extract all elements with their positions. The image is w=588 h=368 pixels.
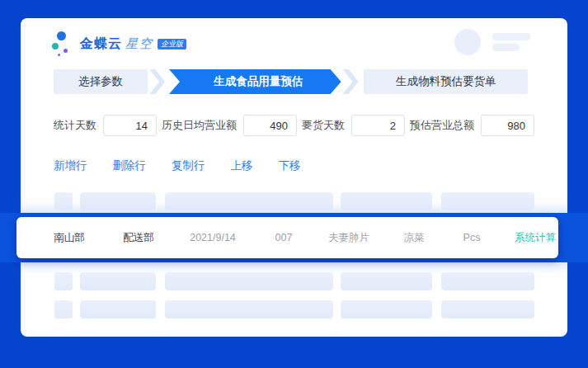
skeleton-bar xyxy=(441,300,534,318)
cell-unit: Pcs xyxy=(445,232,498,243)
move-down-link[interactable]: 下移 xyxy=(279,158,301,173)
step-wizard: 选择参数 生成食品用量预估 生成物料预估要货单 xyxy=(54,69,528,94)
skeleton-bar xyxy=(80,300,156,318)
param-statistics-days: 统计天数 xyxy=(54,115,157,136)
move-up-link[interactable]: 上移 xyxy=(231,158,253,173)
estimated-total-turnover-input[interactable] xyxy=(481,115,534,136)
chevron-separator-icon xyxy=(343,69,361,94)
checkbox-placeholder xyxy=(54,300,73,318)
main-panel: 金蝶云 星空 企业版 选择参数 生成食品用量预估 生成物料预估要货单 xyxy=(21,18,567,337)
edition-badge: 企业版 xyxy=(158,39,186,50)
statistics-days-input[interactable] xyxy=(103,115,157,136)
logo-dot-blue xyxy=(57,31,66,40)
param-label: 要货天数 xyxy=(302,118,345,133)
copy-row-link[interactable]: 复制行 xyxy=(172,158,205,173)
param-label: 统计天数 xyxy=(54,118,96,133)
user-name-placeholder xyxy=(492,33,530,40)
chevron-separator-icon xyxy=(149,69,167,94)
param-historical-daily-turnover: 历史日均营业额 xyxy=(162,115,297,136)
cell-date: 2021/9/14 xyxy=(173,232,252,243)
step-generate-food-estimate[interactable]: 生成食品用量预估 xyxy=(169,69,341,94)
checkbox-placeholder xyxy=(54,272,73,290)
historical-daily-turnover-input[interactable] xyxy=(243,115,297,136)
table-row-skeleton xyxy=(54,300,534,318)
kingdee-logo-icon xyxy=(52,31,73,57)
order-days-input[interactable] xyxy=(351,115,405,136)
table-row-skeleton xyxy=(54,272,534,290)
step-generate-material-order[interactable]: 生成物料预估要货单 xyxy=(364,69,528,94)
param-label: 预估营业总额 xyxy=(410,118,474,133)
cell-category: 凉菜 xyxy=(383,231,445,245)
cell-code: 007 xyxy=(252,232,315,243)
user-role-placeholder xyxy=(492,44,520,51)
logo-dot-purple xyxy=(64,49,68,53)
app-logo: 金蝶云 星空 企业版 xyxy=(52,30,186,58)
skeleton-bar xyxy=(80,272,156,290)
avatar[interactable] xyxy=(454,29,481,55)
skeleton-bar xyxy=(341,300,432,318)
param-label: 历史日均营业额 xyxy=(162,118,237,133)
parameter-bar: 统计天数 历史日均营业额 要货天数 预估营业总额 xyxy=(54,115,534,136)
skeleton-bar xyxy=(341,272,432,290)
skeleton-bar xyxy=(441,272,534,290)
step-label: 生成物料预估要货单 xyxy=(396,74,496,89)
skeleton-bar xyxy=(165,300,333,318)
add-row-link[interactable]: 新增行 xyxy=(54,158,87,173)
cell-department: 配送部 xyxy=(104,231,173,245)
page-background: 金蝶云 星空 企业版 选择参数 生成食品用量预估 生成物料预估要货单 xyxy=(0,0,588,368)
user-info-placeholder xyxy=(492,33,530,51)
logo-dot-teal xyxy=(52,43,59,50)
cell-dish: 夫妻肺片 xyxy=(315,231,383,245)
brand-name-primary: 金蝶云 xyxy=(80,35,122,53)
brand-name-secondary: 星空 xyxy=(125,36,153,52)
param-order-days: 要货天数 xyxy=(302,115,405,136)
param-estimated-total-turnover: 预估营业总额 xyxy=(410,115,534,136)
cell-store: 南山部 xyxy=(35,231,104,245)
grid-toolbar: 新增行 删除行 复制行 上移 下移 xyxy=(54,158,301,173)
step-label: 选择参数 xyxy=(78,74,123,89)
cell-calc-method: 系统计算 xyxy=(498,231,572,245)
delete-row-link[interactable]: 删除行 xyxy=(113,158,147,173)
step-label: 生成食品用量预估 xyxy=(214,74,303,89)
highlighted-table-row[interactable]: 南山部 配送部 2021/9/14 007 夫妻肺片 凉菜 Pcs 系统计算 xyxy=(16,217,558,258)
spotlight-fade-top xyxy=(21,201,567,213)
skeleton-bar xyxy=(165,272,333,290)
user-area xyxy=(454,29,530,55)
step-select-parameters[interactable]: 选择参数 xyxy=(54,69,148,94)
logo-dot-tiny xyxy=(58,54,60,56)
